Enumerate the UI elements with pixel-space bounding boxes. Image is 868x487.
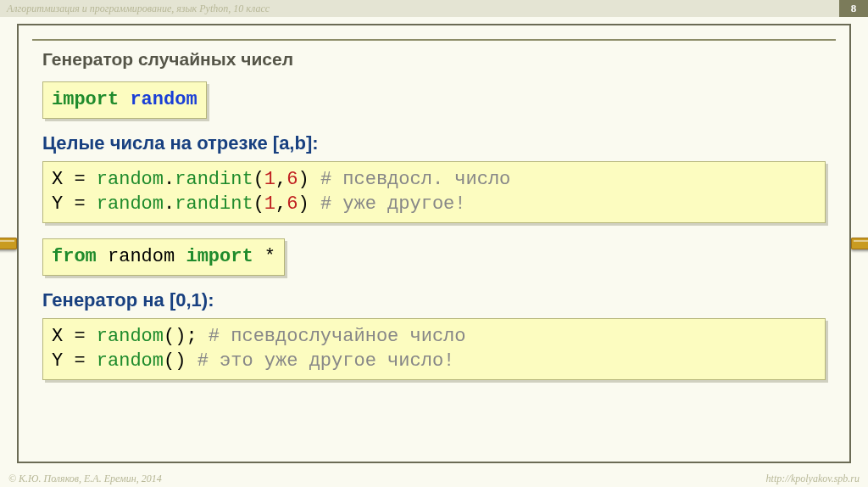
- code-line: X = random(); # псевдослучайное число: [52, 324, 816, 350]
- var-x: X: [52, 326, 63, 347]
- var-x: X: [52, 169, 63, 190]
- keyword-from: from: [52, 246, 97, 267]
- divider-line: [32, 39, 836, 41]
- course-title: Алгоритмизация и программирование, язык …: [7, 3, 270, 15]
- var-y: Y: [52, 193, 63, 215]
- keyword-import: import: [52, 89, 119, 110]
- var-y: Y: [52, 350, 63, 372]
- comment: # это уже другое число!: [198, 350, 455, 372]
- code-line: Y = random() # это уже другое число!: [52, 349, 816, 374]
- keyword-import: import: [186, 246, 253, 267]
- module-name: random: [130, 89, 197, 110]
- slide-content: Генератор случайных чисел import random …: [42, 49, 826, 389]
- page-number: 8: [839, 0, 868, 17]
- comment: # псевдосл. число: [320, 169, 510, 190]
- binder-pin-left: [0, 238, 17, 249]
- footer-bar: © К.Ю. Поляков, Е.А. Еремин, 2014 http:/…: [0, 470, 868, 487]
- code-import-random: import random: [42, 81, 207, 119]
- header-bar: Алгоритмизация и программирование, язык …: [0, 0, 868, 17]
- copyright-text: © К.Ю. Поляков, Е.А. Еремин, 2014: [8, 473, 162, 485]
- slide-title: Генератор случайных чисел: [42, 49, 826, 70]
- slide-frame: Генератор случайных чисел import random …: [17, 24, 851, 463]
- code-from-import: from random import *: [42, 238, 285, 276]
- code-random-block: X = random(); # псевдослучайное число Y …: [42, 318, 826, 380]
- code-line: X = random.randint(1,6) # псевдосл. числ…: [52, 167, 816, 193]
- comment: # уже другое!: [320, 193, 466, 215]
- subtitle-integers: Целые числа на отрезке [a,b]:: [42, 132, 826, 154]
- footer-url: http://kpolyakov.spb.ru: [766, 473, 860, 485]
- binder-pin-right: [851, 238, 868, 249]
- comment: # псевдослучайное число: [209, 326, 466, 347]
- code-randint-block: X = random.randint(1,6) # псевдосл. числ…: [42, 161, 826, 223]
- subtitle-generator-01: Генератор на [0,1):: [42, 289, 826, 311]
- code-line: Y = random.randint(1,6) # уже другое!: [52, 192, 816, 217]
